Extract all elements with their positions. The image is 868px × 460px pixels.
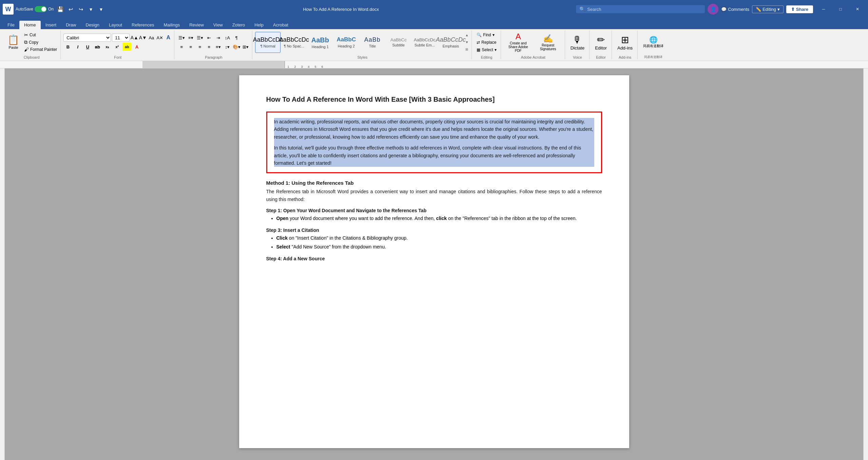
font-controls: Calibri 11 A▲ A▼ Aa A✕ A B I U ab x₂ <box>63 34 172 51</box>
clear-formatting-btn[interactable]: A✕ <box>156 34 163 41</box>
tab-home[interactable]: Home <box>19 21 41 29</box>
step1-open-bold: Open <box>276 216 289 221</box>
borders-btn[interactable]: ⊞▾ <box>241 43 250 51</box>
font-size-increase[interactable]: A▲ <box>131 34 138 41</box>
align-right-btn[interactable]: ≡ <box>195 43 204 51</box>
minimize-button[interactable]: ─ <box>816 4 831 15</box>
comment-icon: 💬 <box>721 7 727 12</box>
maximize-button[interactable]: □ <box>833 4 848 15</box>
addins-button[interactable]: ⊞ Add-ins <box>615 33 635 52</box>
bold-button[interactable]: B <box>63 43 72 51</box>
format-painter-button[interactable]: 🖌 Format Painter <box>23 46 58 53</box>
underline-button[interactable]: U <box>83 43 92 51</box>
request-signatures-button[interactable]: ✍ Request Signatures <box>534 33 563 52</box>
select-button[interactable]: ▦ Select ▾ <box>475 46 498 53</box>
style-subtle-em[interactable]: AaBbCcDc Subtle Em... <box>412 32 437 53</box>
column-btn[interactable]: ≡▾ <box>214 43 223 51</box>
font-size-select[interactable]: 11 <box>112 34 130 42</box>
style-title[interactable]: AaBb Title <box>360 32 385 53</box>
decrease-indent-btn[interactable]: ⇤ <box>205 34 213 42</box>
share-button[interactable]: ⬆ Share <box>786 5 813 13</box>
adobe-label: Adobe Acrobat <box>521 55 545 59</box>
font-size-decrease[interactable]: A▼ <box>139 34 147 41</box>
comments-button[interactable]: 💬 Comments <box>721 7 749 12</box>
find-dropdown: ▾ <box>493 33 495 37</box>
style-subtitle[interactable]: AaBbCc Subtitle <box>386 32 411 53</box>
cut-icon: ✂ <box>24 32 28 38</box>
editor-group-content: ✏ Editor <box>592 31 610 54</box>
microphone-icon: 🎙 <box>573 34 582 45</box>
translate-button[interactable]: 🌐 同易有道翻译 <box>640 34 666 50</box>
search-input[interactable] <box>587 7 701 12</box>
tab-zotero[interactable]: Zotero <box>228 21 250 29</box>
tab-design[interactable]: Design <box>81 21 104 29</box>
tab-mailings[interactable]: Mailings <box>159 21 185 29</box>
subscript-button[interactable]: x₂ <box>103 43 112 51</box>
tab-insert[interactable]: Insert <box>41 21 61 29</box>
tab-review[interactable]: Review <box>185 21 209 29</box>
font-color-btn[interactable]: A <box>132 43 141 51</box>
paragraph-controls: ☰▾ ≡▾ ☰▾ ⇤ ⇥ ↕A ¶ ≡ ≡ ≡ ≡ ≡▾ ↕▾ 🎨▾ ⊞▾ <box>177 34 250 51</box>
replace-button[interactable]: ⇄ Replace <box>475 39 498 46</box>
tab-file[interactable]: File <box>3 21 19 29</box>
style-emphasis[interactable]: AaBbCcDc Emphasis <box>438 32 463 53</box>
align-left-btn[interactable]: ≡ <box>177 43 186 51</box>
strikethrough-button[interactable]: ab <box>93 43 102 51</box>
para-row1: ☰▾ ≡▾ ☰▾ ⇤ ⇥ ↕A ¶ <box>177 34 250 42</box>
superscript-button[interactable]: x² <box>113 43 121 51</box>
text-highlight-btn[interactable]: ab <box>122 43 131 51</box>
tab-draw[interactable]: Draw <box>61 21 81 29</box>
styles-scroll-down[interactable]: ▼ <box>464 39 469 46</box>
document-scroll[interactable]: How To Add A Reference In Word With Ease… <box>5 68 863 460</box>
search-bar[interactable]: 🔍 <box>576 5 705 13</box>
numbering-btn[interactable]: ≡▾ <box>186 34 195 42</box>
multilevel-btn[interactable]: ☰▾ <box>195 34 204 42</box>
shading-btn[interactable]: 🎨▾ <box>232 43 241 51</box>
save-button[interactable]: 💾 <box>56 4 65 14</box>
editor-label: Editor <box>595 45 607 51</box>
show-marks-btn[interactable]: ¶ <box>232 34 241 42</box>
copy-button[interactable]: ⧉ Copy <box>23 39 58 46</box>
sort-btn[interactable]: ↕A <box>223 34 232 42</box>
tab-acrobat[interactable]: Acrobat <box>268 21 293 29</box>
step4-heading: Step 4: Add a New Source <box>266 256 602 261</box>
more-button[interactable]: ▾ <box>96 4 106 14</box>
dictate-button[interactable]: 🎙 Dictate <box>568 33 587 52</box>
ribbon-tabs: File Home Insert Draw Design Layout Refe… <box>0 18 868 29</box>
paste-button[interactable]: 📋 Paste <box>5 34 22 51</box>
tab-references[interactable]: References <box>127 21 159 29</box>
autosave-state: On <box>48 7 54 12</box>
undo-dropdown[interactable]: ▾ <box>86 4 96 14</box>
line-spacing-btn[interactable]: ↕▾ <box>223 43 232 51</box>
style-heading2[interactable]: AaBbC Heading 2 <box>333 32 359 53</box>
find-button[interactable]: 🔍 Find ▾ <box>475 32 498 38</box>
tab-layout[interactable]: Layout <box>104 21 127 29</box>
styles-scroll-up[interactable]: ▲ <box>464 32 469 39</box>
undo-redo-area: 💾 ↩ ↪ ▾ ▾ <box>56 4 106 14</box>
style-no-spacing[interactable]: AaBbCcDc ¶ No Spac... <box>281 32 307 53</box>
cut-button[interactable]: ✂ Cut <box>23 32 58 38</box>
text-effects-btn[interactable]: A <box>165 34 172 41</box>
undo-button[interactable]: ↩ <box>66 4 75 14</box>
close-button[interactable]: ✕ <box>850 4 865 15</box>
tab-help[interactable]: Help <box>250 21 268 29</box>
addins-icon: ⊞ <box>621 34 629 45</box>
editor-button[interactable]: ✏ Editor <box>592 33 610 52</box>
font-case-btn[interactable]: Aa <box>148 34 155 41</box>
bullets-btn[interactable]: ☰▾ <box>177 34 186 42</box>
autosave-toggle[interactable] <box>35 6 47 12</box>
styles-expand[interactable]: ⊞ <box>464 46 469 53</box>
tab-view[interactable]: View <box>209 21 228 29</box>
editing-badge[interactable]: ✏️ Editing ▾ <box>752 5 784 13</box>
font-group: Calibri 11 A▲ A▼ Aa A✕ A B I U ab x₂ <box>61 31 174 59</box>
justify-btn[interactable]: ≡ <box>205 43 213 51</box>
title-bar-left: W AutoSave On 💾 ↩ ↪ ▾ ▾ <box>3 4 106 15</box>
italic-button[interactable]: I <box>73 43 82 51</box>
create-share-pdf-button[interactable]: A Create and Share Adobe PDF <box>504 31 533 54</box>
redo-button[interactable]: ↪ <box>76 4 85 14</box>
font-name-select[interactable]: Calibri <box>63 34 111 42</box>
style-normal[interactable]: AaBbCcDc ¶ Normal <box>255 32 281 53</box>
style-heading1[interactable]: AaBb Heading 1 <box>307 32 333 53</box>
align-center-btn[interactable]: ≡ <box>186 43 195 51</box>
increase-indent-btn[interactable]: ⇥ <box>214 34 223 42</box>
